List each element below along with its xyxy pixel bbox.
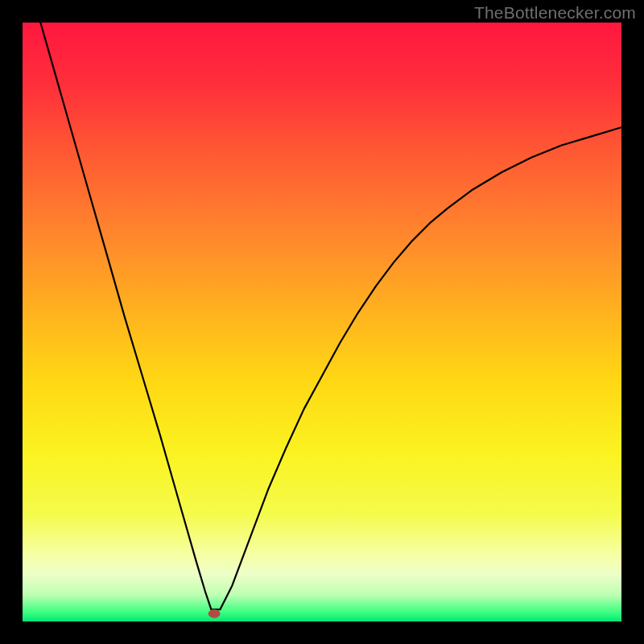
plot-area bbox=[23, 23, 621, 621]
chart-frame: TheBottlenecker.com bbox=[0, 0, 644, 644]
gradient-rect bbox=[23, 23, 621, 621]
watermark-text: TheBottlenecker.com bbox=[474, 3, 636, 23]
plot-svg bbox=[23, 23, 621, 621]
min-marker bbox=[208, 609, 220, 617]
